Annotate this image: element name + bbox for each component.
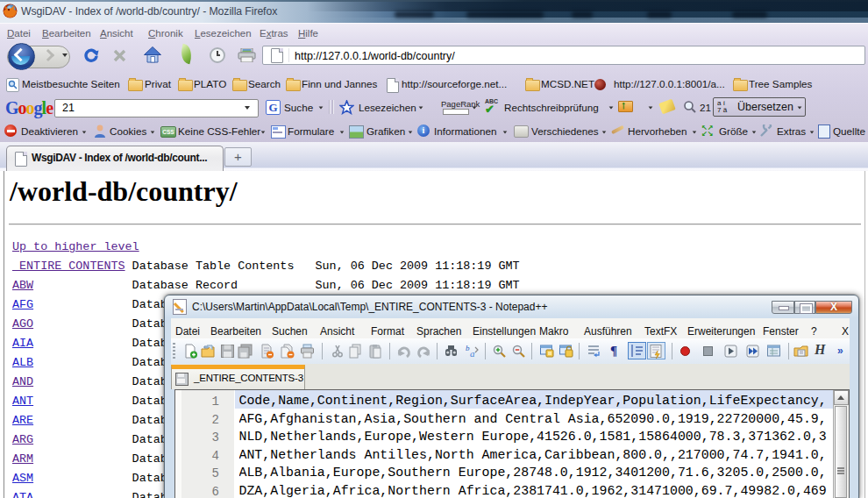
svg-text:a: a bbox=[470, 348, 475, 359]
